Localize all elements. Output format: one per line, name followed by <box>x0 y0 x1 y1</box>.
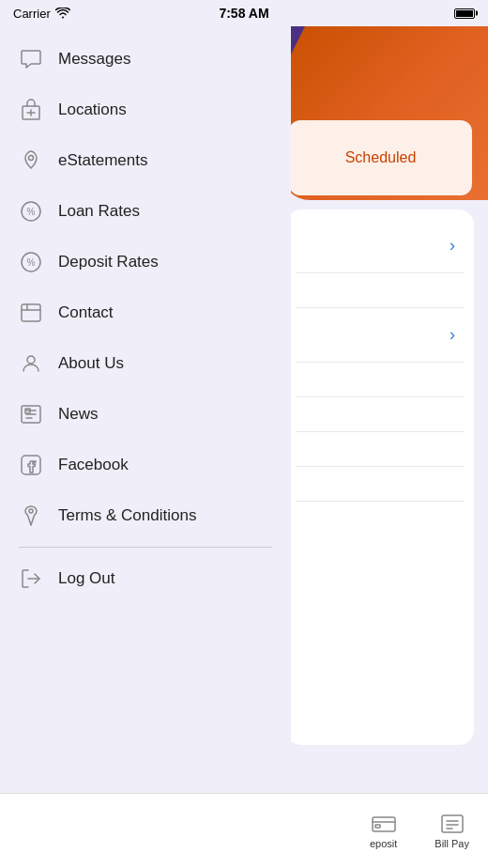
svg-rect-23 <box>442 815 463 832</box>
bill-pay-icon <box>439 813 465 835</box>
card-row-1[interactable]: › <box>296 219 465 273</box>
carrier-text: Carrier <box>13 7 70 21</box>
news-label: News <box>58 405 99 424</box>
logout-icon <box>19 566 43 591</box>
about-us-icon <box>19 351 43 376</box>
svg-rect-17 <box>22 456 40 474</box>
locations-icon <box>19 98 43 122</box>
menu-item-facebook[interactable]: Facebook <box>0 440 291 490</box>
menu-item-terms[interactable]: Terms & Conditions <box>0 490 291 541</box>
time-display: 7:58 AM <box>219 6 268 21</box>
card-row-4[interactable] <box>296 363 465 397</box>
terms-icon <box>19 504 43 528</box>
menu-item-news[interactable]: News <box>0 389 291 440</box>
terms-label: Terms & Conditions <box>58 506 196 525</box>
facebook-icon <box>19 453 43 477</box>
deposit-rates-icon: % <box>19 250 43 274</box>
tab-bar: eposit Bill Pay <box>0 793 488 868</box>
facebook-label: Facebook <box>58 456 129 474</box>
status-right-icons <box>454 8 475 19</box>
menu-item-loan-rates[interactable]: % Loan Rates <box>0 186 291 237</box>
scheduled-card[interactable]: Scheduled <box>289 120 472 195</box>
contact-label: Contact <box>58 303 114 322</box>
deposit-icon <box>371 813 397 835</box>
svg-point-3 <box>29 156 34 161</box>
card-row-6[interactable] <box>296 432 465 467</box>
svg-point-18 <box>29 509 33 513</box>
chevron-right-icon-1: › <box>450 236 455 256</box>
bill-pay-label: Bill Pay <box>435 838 469 849</box>
svg-rect-8 <box>22 304 40 321</box>
card-row-3[interactable]: › <box>296 308 465 363</box>
battery-icon <box>454 8 475 19</box>
app-layout: Scheduled › › <box>0 26 488 868</box>
menu-list: Messages Locations <box>0 26 291 805</box>
about-us-label: About Us <box>58 354 124 373</box>
menu-item-messages[interactable]: Messages <box>0 34 291 85</box>
menu-item-deposit-rates[interactable]: % Deposit Rates <box>0 237 291 287</box>
news-icon <box>19 402 43 426</box>
menu-item-about-us[interactable]: About Us <box>0 338 291 389</box>
contact-icon <box>19 301 43 325</box>
card-row-8[interactable] <box>296 502 465 535</box>
svg-rect-22 <box>375 825 380 828</box>
wifi-icon <box>55 8 70 19</box>
loan-rates-icon: % <box>19 199 43 224</box>
menu-item-contact[interactable]: Contact <box>0 287 291 338</box>
card-row-7[interactable] <box>296 467 465 502</box>
chevron-right-icon-2: › <box>450 325 455 345</box>
card-row-2[interactable] <box>296 273 465 308</box>
menu-item-logout[interactable]: Log Out <box>0 553 291 604</box>
menu-item-locations[interactable]: Locations <box>0 85 291 135</box>
menu-item-estatements[interactable]: eStatements <box>0 135 291 186</box>
menu-divider <box>19 547 272 548</box>
scheduled-label: Scheduled <box>345 149 417 166</box>
deposit-label: eposit <box>370 838 397 849</box>
loan-rates-label: Loan Rates <box>58 202 140 221</box>
svg-point-11 <box>27 356 35 364</box>
tab-deposit[interactable]: eposit <box>370 813 397 849</box>
status-bar: Carrier 7:58 AM <box>0 0 488 26</box>
estatements-label: eStatements <box>58 151 147 170</box>
card-row-5[interactable] <box>296 397 465 432</box>
svg-text:%: % <box>27 207 36 217</box>
svg-text:%: % <box>27 257 36 268</box>
tab-bill-pay[interactable]: Bill Pay <box>435 813 469 849</box>
drawer-menu: Messages Locations <box>0 26 291 834</box>
locations-label: Locations <box>58 101 127 119</box>
logout-label: Log Out <box>58 569 115 588</box>
message-icon <box>19 47 43 71</box>
deposit-rates-label: Deposit Rates <box>58 253 159 271</box>
cards-area: › › <box>286 209 474 745</box>
estatements-icon <box>19 148 43 173</box>
messages-label: Messages <box>58 50 130 69</box>
